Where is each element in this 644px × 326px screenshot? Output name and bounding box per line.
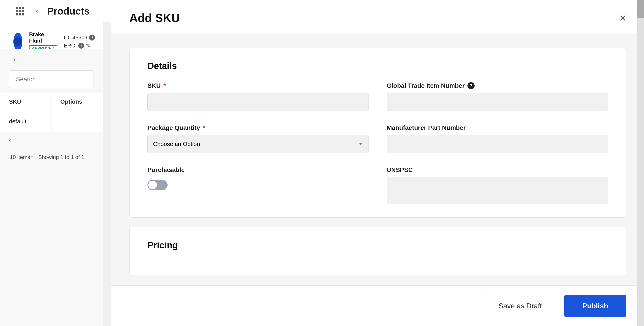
manufacturer-pn-input[interactable] <box>387 135 608 153</box>
id-value: 45909 <box>72 35 88 41</box>
row-sku: default <box>0 111 52 132</box>
modal-footer: Save as Draft Publish <box>112 285 644 326</box>
pagination: 10 items 25 items 50 items Showing 1 to … <box>0 148 103 166</box>
col-options: Options <box>52 93 103 111</box>
close-button[interactable]: × <box>620 12 626 24</box>
publish-button[interactable]: Publish <box>564 295 626 317</box>
package-qty-label: Package Quantity * <box>148 124 369 131</box>
gtin-help-icon[interactable]: ? <box>468 82 474 89</box>
sku-required-star: * <box>163 82 166 89</box>
search-input[interactable] <box>9 70 94 88</box>
pricing-section-title: Pricing <box>148 240 608 250</box>
package-qty-field-group: Package Quantity * Choose an Option <box>148 124 369 153</box>
page-title: Products <box>47 6 90 17</box>
purchasable-field-group: Purchasable <box>148 166 369 204</box>
grid-icon[interactable] <box>14 5 27 18</box>
manufacturer-pn-label: Manufacturer Part Number <box>387 124 608 131</box>
table-row[interactable]: default <box>0 111 103 132</box>
unspsc-label: UNSPSC <box>387 166 608 174</box>
package-qty-required-star: * <box>203 124 205 131</box>
purchasable-toggle[interactable] <box>148 180 168 190</box>
add-sku-modal: Add SKU × Details SKU * Global Trade <box>112 0 644 326</box>
product-avatar <box>14 33 22 51</box>
erc-edit-icon[interactable]: ✎ <box>86 43 90 49</box>
unspsc-field-group: UNSPSC <box>387 166 608 204</box>
package-qty-select-wrapper: Choose an Option <box>148 135 369 153</box>
product-meta: ID: 45909 ? ERC: ? ✎ <box>64 35 95 49</box>
modal-title: Add SKU <box>129 11 180 25</box>
unspsc-input[interactable] <box>387 177 608 204</box>
sku-label: SKU * <box>148 82 369 89</box>
id-label: ID: <box>64 35 71 41</box>
sku-input[interactable] <box>148 93 369 111</box>
search-container <box>0 70 103 93</box>
row-options <box>52 111 103 132</box>
purchasable-toggle-wrapper <box>148 180 369 190</box>
pricing-section: Pricing <box>129 227 626 275</box>
table-header: SKU Options <box>0 93 103 111</box>
package-qty-select[interactable]: Choose an Option <box>148 135 369 153</box>
toggle-thumb <box>148 181 157 189</box>
showing-text: Showing 1 to 1 of 1 <box>38 154 84 160</box>
gtin-field-group: Global Trade Item Number ? <box>387 82 608 111</box>
modal-header: Add SKU × <box>112 0 644 34</box>
back-button[interactable]: ‹ <box>31 6 42 17</box>
details-form-grid: SKU * Global Trade Item Number ? <box>148 82 608 204</box>
gtin-label: Global Trade Item Number ? <box>387 82 608 89</box>
details-section: Details SKU * Global Trade Item Number ? <box>129 47 626 218</box>
col-sku: SKU <box>0 93 52 111</box>
sku-table: SKU Options default <box>0 93 103 132</box>
id-help-icon[interactable]: ? <box>89 35 95 41</box>
scroll-left-button[interactable]: ‹ <box>0 132 103 148</box>
left-panel: ‹ SKU Options default ‹ 10 items 25 item… <box>0 49 103 326</box>
sku-field-group: SKU * <box>148 82 369 111</box>
purchasable-label: Purchasable <box>148 166 369 174</box>
items-per-page-select[interactable]: 10 items 25 items 50 items <box>9 154 34 160</box>
modal-scrollbar[interactable] <box>637 0 644 326</box>
gtin-input[interactable] <box>387 93 608 111</box>
manufacturer-pn-field-group: Manufacturer Part Number <box>387 124 608 153</box>
save-draft-button[interactable]: Save as Draft <box>485 295 556 317</box>
details-section-title: Details <box>148 61 608 71</box>
erc-label: ERC: <box>64 43 76 49</box>
product-name: Brake Fluid <box>29 31 57 44</box>
collapse-button[interactable]: ‹ <box>0 49 103 70</box>
modal-content: Details SKU * Global Trade Item Number ? <box>112 34 644 285</box>
erc-help-icon[interactable]: ? <box>78 43 84 49</box>
scrollbar-thumb <box>637 0 644 18</box>
